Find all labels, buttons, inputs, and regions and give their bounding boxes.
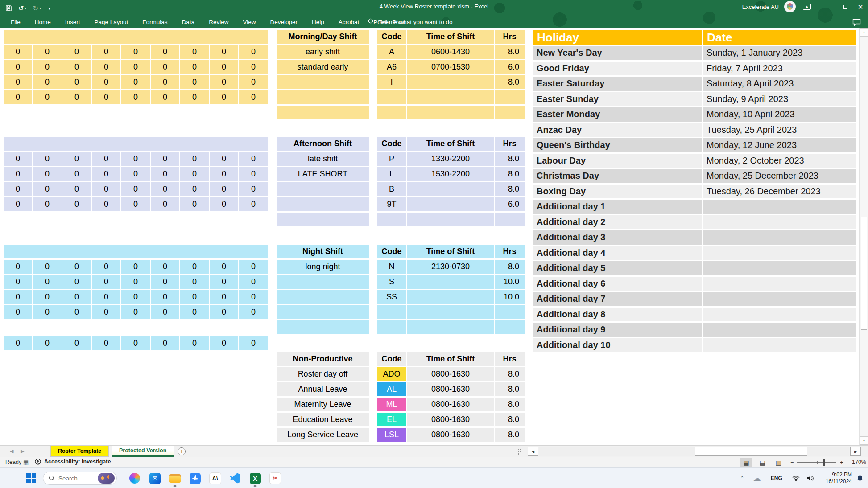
shift-code-cell[interactable]: SS — [377, 290, 406, 304]
shift-time-cell[interactable] — [407, 320, 494, 334]
shift-time-cell[interactable]: 0800-1630 — [407, 398, 494, 411]
zero-cell[interactable]: 0 — [210, 45, 238, 59]
ribbon-tab-help[interactable]: Help — [305, 16, 331, 28]
shift-hrs-cell[interactable]: 8.0 — [495, 428, 525, 442]
zero-cell[interactable]: 0 — [121, 60, 150, 74]
shift-code-cell[interactable]: A6 — [377, 60, 406, 74]
tray-overflow-chevron-icon[interactable]: ⌃ — [740, 476, 744, 480]
zero-cell[interactable]: 0 — [92, 152, 120, 166]
zero-cell[interactable]: 0 — [4, 75, 32, 89]
zoom-out-button[interactable]: − — [790, 459, 794, 466]
shift-time-cell[interactable]: 2130-0730 — [407, 260, 494, 274]
holiday-date-cell[interactable] — [703, 261, 856, 275]
merged-blank-row[interactable] — [4, 137, 268, 151]
zero-cell[interactable]: 0 — [4, 275, 32, 289]
shift-code-cell[interactable]: S — [377, 275, 406, 289]
zero-cell[interactable]: 0 — [239, 152, 268, 166]
restore-button[interactable] — [838, 0, 853, 13]
zoom-slider[interactable] — [797, 462, 836, 463]
zero-cell[interactable]: 0 — [239, 275, 268, 289]
zero-cell[interactable]: 0 — [151, 260, 179, 274]
zero-cell[interactable]: 0 — [62, 167, 91, 181]
ribbon-tab-file[interactable]: File — [4, 16, 28, 28]
shift-code-cell[interactable]: A — [377, 45, 406, 59]
zero-cell[interactable]: 0 — [62, 290, 91, 304]
shift-code-cell[interactable] — [377, 90, 406, 104]
macro-record-icon[interactable]: ▦ — [23, 459, 29, 466]
zero-cell[interactable]: 0 — [151, 275, 179, 289]
zero-cell[interactable]: 0 — [62, 305, 91, 319]
zero-cell[interactable]: 0 — [210, 336, 238, 350]
vscode-icon[interactable] — [227, 469, 244, 487]
holiday-name-cell[interactable]: Easter Sunday — [533, 92, 702, 107]
zero-cell[interactable]: 0 — [151, 75, 179, 89]
holiday-date-cell[interactable]: Monday, 25 December 2023 — [703, 169, 856, 183]
zero-cell[interactable]: 0 — [239, 197, 268, 211]
shift-name-cell[interactable]: Roster day off — [277, 367, 369, 381]
holiday-name-cell[interactable]: Additional day 4 — [533, 246, 702, 260]
zero-cell[interactable]: 0 — [4, 152, 32, 166]
clock[interactable]: 9:02 PM 16/11/2024 — [826, 472, 852, 485]
zero-cell[interactable]: 0 — [62, 45, 91, 59]
shift-hrs-cell[interactable]: 8.0 — [495, 182, 525, 196]
shift-time-cell[interactable] — [407, 290, 494, 304]
zero-cell[interactable]: 0 — [180, 182, 209, 196]
shift-name-cell[interactable] — [277, 275, 369, 289]
zero-cell[interactable]: 0 — [33, 336, 62, 350]
shift-name-cell[interactable] — [277, 90, 369, 104]
zero-cell[interactable]: 0 — [151, 45, 179, 59]
snipping-tool-icon[interactable] — [267, 469, 284, 487]
zero-cell[interactable]: 0 — [92, 90, 120, 104]
shift-code-cell[interactable]: P — [377, 152, 406, 166]
zero-cell[interactable]: 0 — [121, 90, 150, 104]
zero-cell[interactable]: 0 — [62, 260, 91, 274]
zero-cell[interactable]: 0 — [210, 275, 238, 289]
holiday-name-cell[interactable]: Good Friday — [533, 62, 702, 76]
holiday-date-cell[interactable]: Sunday, 1 January 2023 — [703, 46, 856, 60]
shift-code-cell[interactable] — [377, 320, 406, 334]
zero-cell[interactable]: 0 — [4, 260, 32, 274]
zero-cell[interactable]: 0 — [210, 290, 238, 304]
redo-button[interactable]: ↻▾ — [33, 4, 41, 12]
merged-blank-row[interactable] — [4, 245, 268, 258]
holiday-date-cell[interactable] — [703, 323, 856, 337]
ribbon-tab-acrobat[interactable]: Acrobat — [331, 16, 367, 28]
sheet-tab-roster-template[interactable]: Roster Template — [50, 446, 109, 457]
spreadsheet-area[interactable]: 000000000000000000000000000000000000 000… — [0, 28, 868, 445]
shift-name-cell[interactable]: LATE SHORT — [277, 167, 369, 181]
ribbon-tab-insert[interactable]: Insert — [58, 16, 87, 28]
shift-hrs-cell[interactable]: 8.0 — [495, 45, 525, 59]
shift-code-cell[interactable]: N — [377, 260, 406, 274]
shift-name-cell[interactable] — [277, 305, 369, 319]
zero-cell[interactable]: 0 — [33, 182, 62, 196]
zero-cell[interactable]: 0 — [180, 197, 209, 211]
zero-cell[interactable]: 0 — [62, 75, 91, 89]
zero-cell[interactable]: 0 — [33, 45, 62, 59]
zero-cell[interactable]: 0 — [239, 305, 268, 319]
shift-name-cell[interactable]: standard early — [277, 60, 369, 74]
holiday-name-cell[interactable]: Easter Monday — [533, 107, 702, 122]
shift-name-cell[interactable]: long night — [277, 260, 369, 274]
shift-name-cell[interactable] — [277, 182, 369, 196]
zero-cell[interactable]: 0 — [4, 45, 32, 59]
holiday-name-cell[interactable]: New Year's Day — [533, 46, 702, 60]
zero-cell[interactable]: 0 — [62, 152, 91, 166]
zero-cell[interactable]: 0 — [33, 75, 62, 89]
ribbon-tab-page-layout[interactable]: Page Layout — [87, 16, 136, 28]
zero-cell[interactable]: 0 — [180, 75, 209, 89]
holiday-date-cell[interactable]: Tuesday, 26 December 2023 — [703, 185, 856, 199]
zero-cell[interactable]: 0 — [62, 60, 91, 74]
scroll-down-icon[interactable]: ▼ — [860, 436, 868, 445]
shift-hrs-cell[interactable]: 8.0 — [495, 398, 525, 411]
holiday-name-cell[interactable]: Additional day 9 — [533, 323, 702, 337]
zero-cell[interactable]: 0 — [4, 60, 32, 74]
vertical-scrollbar-thumb[interactable] — [861, 217, 867, 330]
page-break-view-icon[interactable]: ▥ — [773, 458, 784, 467]
zero-cell[interactable]: 0 — [33, 167, 62, 181]
shift-time-cell[interactable]: 0600-1430 — [407, 45, 494, 59]
merged-blank-row[interactable] — [4, 30, 268, 44]
shift-name-cell[interactable] — [277, 213, 369, 226]
ribbon-tab-data[interactable]: Data — [175, 16, 202, 28]
holiday-name-cell[interactable]: Additional day 8 — [533, 308, 702, 322]
ribbon-tab-view[interactable]: View — [236, 16, 263, 28]
